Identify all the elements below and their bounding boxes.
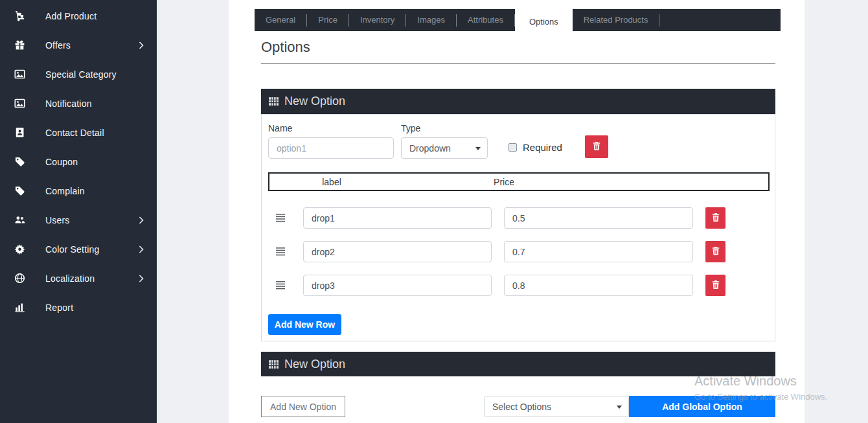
sidebar-item-label: Offers	[45, 40, 71, 51]
sidebar-item-label: Report	[45, 303, 73, 313]
bar-chart-icon	[14, 302, 25, 313]
trash-icon	[711, 280, 720, 292]
sidebar-item-label: Localization	[45, 273, 95, 284]
required-group: Required	[508, 142, 562, 153]
trash-icon	[592, 141, 601, 153]
required-checkbox[interactable]	[508, 143, 517, 152]
option-table-header: label Price	[268, 172, 770, 191]
name-label: Name	[268, 123, 394, 133]
add-new-row-button[interactable]: Add New Row	[268, 314, 341, 335]
sidebar-item-label: Special Category	[45, 69, 117, 80]
image-icon	[14, 69, 25, 80]
panel-title: New Option	[284, 95, 345, 108]
address-book-icon	[14, 127, 25, 138]
chevron-right-icon	[139, 275, 144, 282]
tag-icon	[14, 185, 25, 196]
option-name-input[interactable]	[268, 137, 394, 159]
users-icon	[14, 214, 25, 225]
tab-attributes[interactable]: Attributes	[457, 9, 514, 31]
second-panel-header: New Option	[261, 352, 775, 376]
gift-icon	[14, 40, 25, 51]
second-new-option-panel: New Option	[261, 352, 775, 376]
option-form-row: Name Type Dropdown Required	[268, 123, 608, 159]
dolly-icon	[14, 10, 25, 21]
sidebar-item-notification[interactable]: Notification	[0, 89, 157, 118]
sidebar-item-label: Contact Detail	[45, 128, 104, 138]
caret-down-icon	[475, 147, 481, 150]
sidebar-item-label: Complain	[45, 186, 85, 196]
sidebar-item-label: Users	[45, 215, 70, 225]
sidebar-item-label: Coupon	[45, 157, 78, 167]
sidebar-item-color-setting[interactable]: Color Setting	[0, 234, 157, 264]
name-field-group: Name	[268, 123, 394, 159]
sidebar-item-complain[interactable]: Complain	[0, 176, 157, 205]
tab-related-products[interactable]: Related Products	[573, 9, 659, 31]
trash-icon	[711, 246, 720, 258]
row-label-input[interactable]	[303, 275, 492, 296]
option-type-select[interactable]: Dropdown	[401, 137, 488, 159]
sidebar-item-report[interactable]: Report	[0, 293, 157, 322]
tab-images[interactable]: Images	[406, 9, 456, 31]
sidebar-item-label: Notification	[45, 98, 92, 109]
new-option-panel-header: New Option	[261, 89, 775, 114]
add-new-option-button[interactable]: Add New Option	[261, 396, 345, 417]
sidebar-item-add-product[interactable]: Add Product	[0, 1, 157, 30]
globe-icon	[14, 273, 25, 284]
sidebar-menu: Add Product Offers Special Category Noti…	[0, 0, 157, 322]
row-price-input[interactable]	[504, 207, 693, 229]
title-divider	[261, 63, 775, 63]
delete-row-button[interactable]	[705, 275, 725, 296]
option-value-row	[262, 275, 775, 296]
caret-down-icon	[617, 406, 622, 409]
type-label: Type	[401, 123, 488, 133]
tab-options[interactable]: Options	[515, 9, 573, 37]
label-column-header: label	[269, 177, 394, 187]
chevron-right-icon	[139, 216, 144, 224]
delete-row-button[interactable]	[705, 241, 725, 262]
global-options-select[interactable]: Select Options	[484, 396, 629, 417]
product-tab-bar: General Price Inventory Images Attribute…	[255, 9, 781, 31]
sidebar-item-label: Color Setting	[45, 244, 100, 255]
sidebar-item-special-category[interactable]: Special Category	[0, 60, 157, 89]
option-value-row	[262, 207, 775, 229]
tag-icon	[14, 156, 25, 167]
type-field-group: Type Dropdown	[401, 123, 488, 159]
sidebar-item-users[interactable]: Users	[0, 205, 157, 234]
drag-handle-icon[interactable]	[275, 247, 286, 257]
sidebar-item-label: Add Product	[45, 11, 97, 21]
selected-global-option: Select Options	[492, 402, 551, 412]
chevron-right-icon	[139, 41, 144, 49]
trash-icon	[711, 212, 720, 224]
required-label: Required	[523, 142, 562, 153]
main-content: General Price Inventory Images Attribute…	[229, 0, 805, 423]
delete-option-button[interactable]	[585, 135, 608, 158]
tab-price[interactable]: Price	[307, 9, 348, 31]
chevron-right-icon	[139, 246, 144, 253]
sidebar-item-offers[interactable]: Offers	[0, 30, 157, 60]
row-label-input[interactable]	[303, 207, 492, 229]
row-price-input[interactable]	[504, 275, 693, 296]
row-label-input[interactable]	[303, 241, 492, 262]
gear-icon	[14, 244, 25, 255]
drag-handle-icon[interactable]	[275, 213, 286, 223]
row-price-input[interactable]	[504, 241, 693, 262]
table-grid-icon	[268, 96, 279, 107]
selected-type-value: Dropdown	[409, 143, 451, 154]
panel-title: New Option	[284, 358, 345, 371]
tab-inventory[interactable]: Inventory	[349, 9, 405, 31]
new-option-panel-body: Name Type Dropdown Required	[261, 114, 775, 341]
tab-general[interactable]: General	[255, 9, 306, 31]
sidebar: Add Product Offers Special Category Noti…	[0, 0, 157, 423]
table-grid-icon	[268, 359, 279, 370]
sidebar-item-contact-detail[interactable]: Contact Detail	[0, 118, 157, 147]
option-value-row	[262, 241, 775, 262]
delete-row-button[interactable]	[705, 207, 725, 229]
sidebar-item-localization[interactable]: Localization	[0, 264, 157, 293]
sidebar-item-coupon[interactable]: Coupon	[0, 147, 157, 176]
add-global-option-button[interactable]: Add Global Option	[629, 396, 775, 417]
drag-handle-icon[interactable]	[275, 280, 286, 290]
tab-separator	[659, 14, 659, 27]
new-option-panel: New Option Name Type Dropdown	[261, 89, 775, 341]
price-column-header: Price	[394, 177, 614, 187]
image-icon	[14, 98, 25, 109]
